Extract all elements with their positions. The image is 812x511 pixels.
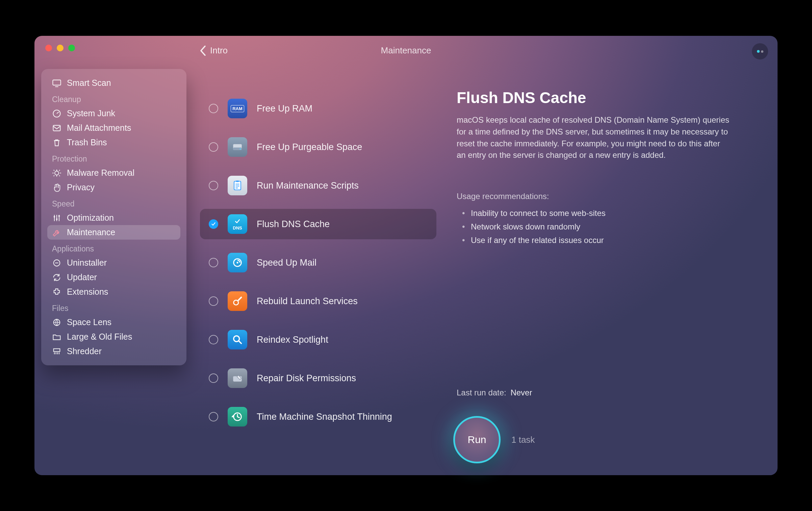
svg-point-6 <box>58 215 60 217</box>
sidebar-item-label: Shredder <box>67 346 102 356</box>
task-label: Free Up RAM <box>257 103 312 114</box>
svg-point-5 <box>56 218 58 220</box>
run-button-label: Run <box>467 434 486 445</box>
sidebar-item-extensions[interactable]: Extensions <box>47 285 180 299</box>
task-label: Reindex Spotlight <box>257 335 328 345</box>
task-time-machine-thinning[interactable]: Time Machine Snapshot Thinning <box>200 402 436 432</box>
run-button[interactable]: Run <box>453 416 501 463</box>
svg-rect-0 <box>53 80 60 85</box>
task-checkbox[interactable] <box>209 373 218 383</box>
hand-icon <box>52 183 61 192</box>
last-run-value: Never <box>510 388 532 397</box>
bug-icon <box>52 168 61 178</box>
sidebar-item-malware-removal[interactable]: Malware Removal <box>47 166 180 180</box>
task-checkbox[interactable] <box>209 219 218 229</box>
sidebar-item-uninstaller[interactable]: Uninstaller <box>47 256 180 270</box>
sidebar-item-label: Smart Scan <box>67 78 111 88</box>
sidebar-item-label: Uninstaller <box>67 258 107 268</box>
task-checkbox[interactable] <box>209 104 218 113</box>
clipboard-icon <box>228 176 247 195</box>
sidebar: Smart Scan Cleanup System Junk Mail Atta… <box>41 69 186 365</box>
mail-icon <box>52 123 61 133</box>
sidebar-item-label: Optimization <box>67 213 114 223</box>
close-window-button[interactable] <box>45 45 52 51</box>
folder-icon <box>52 332 61 342</box>
lens-icon <box>52 318 61 327</box>
task-label: Repair Disk Permissions <box>257 373 356 384</box>
fullscreen-window-button[interactable] <box>68 45 75 51</box>
sidebar-item-updater[interactable]: Updater <box>47 270 180 285</box>
sidebar-item-space-lens[interactable]: Space Lens <box>47 315 180 330</box>
sidebar-section-protection: Protection <box>47 150 180 166</box>
task-free-up-ram[interactable]: RAM Free Up RAM <box>200 93 436 124</box>
task-label: Run Maintenance Scripts <box>257 180 359 191</box>
sidebar-item-maintenance[interactable]: Maintenance <box>47 225 180 240</box>
dns-icon: DNS <box>228 214 247 234</box>
last-run-row: Last run date: Never <box>457 388 532 397</box>
sidebar-item-label: Space Lens <box>67 317 111 327</box>
sidebar-item-privacy[interactable]: Privacy <box>47 180 180 195</box>
back-button[interactable]: Intro <box>200 45 228 56</box>
task-checkbox[interactable] <box>209 335 218 344</box>
task-checkbox[interactable] <box>209 258 218 267</box>
sidebar-section-speed: Speed <box>47 195 180 211</box>
display-icon <box>52 78 61 88</box>
assistant-menu-button[interactable] <box>752 43 768 59</box>
task-checkbox[interactable] <box>209 181 218 190</box>
sidebar-item-shredder[interactable]: Shredder <box>47 344 180 359</box>
task-rebuild-launch-services[interactable]: Rebuild Launch Services <box>200 286 436 316</box>
status-dot-icon <box>761 50 763 53</box>
time-machine-icon <box>228 407 247 427</box>
chevron-left-icon <box>200 46 206 56</box>
svg-rect-14 <box>236 180 239 182</box>
sidebar-item-label: Malware Removal <box>67 168 134 178</box>
task-label: Flush DNS Cache <box>257 219 330 229</box>
task-flush-dns-cache[interactable]: DNS Flush DNS Cache <box>200 209 436 239</box>
sidebar-item-system-junk[interactable]: System Junk <box>47 106 180 121</box>
task-run-maintenance-scripts[interactable]: Run Maintenance Scripts <box>200 170 436 201</box>
usage-recommendations-title: Usage recommendations: <box>457 192 764 201</box>
minimize-window-button[interactable] <box>57 45 64 51</box>
sidebar-section-applications: Applications <box>47 240 180 256</box>
disk-repair-icon <box>228 368 247 388</box>
task-count: 1 task <box>511 435 535 445</box>
sidebar-item-trash-bins[interactable]: Trash Bins <box>47 135 180 150</box>
sidebar-item-label: Extensions <box>67 287 108 297</box>
task-free-up-purgeable-space[interactable]: Free Up Purgeable Space <box>200 132 436 162</box>
task-checkbox[interactable] <box>209 296 218 306</box>
sidebar-item-smart-scan[interactable]: Smart Scan <box>47 76 180 90</box>
task-label: Rebuild Launch Services <box>257 296 358 307</box>
sidebar-section-files: Files <box>47 299 180 315</box>
task-repair-disk-permissions[interactable]: Repair Disk Permissions <box>200 363 436 393</box>
sidebar-item-mail-attachments[interactable]: Mail Attachments <box>47 121 180 135</box>
task-reindex-spotlight[interactable]: Reindex Spotlight <box>200 324 436 355</box>
app-window: Intro Maintenance Smart Scan Cleanup Sys… <box>34 36 778 475</box>
header: Intro Maintenance <box>34 36 778 66</box>
task-label: Free Up Purgeable Space <box>257 142 362 152</box>
sidebar-item-label: Updater <box>67 272 97 282</box>
svg-rect-9 <box>54 348 60 351</box>
mail-speed-icon <box>228 253 247 272</box>
task-speed-up-mail[interactable]: Speed Up Mail <box>200 247 436 278</box>
refresh-icon <box>52 273 61 282</box>
sidebar-item-label: Maintenance <box>67 227 115 237</box>
sidebar-item-large-old-files[interactable]: Large & Old Files <box>47 330 180 344</box>
usage-item: Inability to connect to some web-sites <box>460 206 764 220</box>
sidebar-item-optimization[interactable]: Optimization <box>47 211 180 225</box>
task-checkbox[interactable] <box>209 142 218 152</box>
sidebar-item-label: Mail Attachments <box>67 123 131 133</box>
sidebar-section-cleanup: Cleanup <box>47 90 180 106</box>
svg-rect-13 <box>234 181 241 190</box>
shredder-icon <box>52 347 61 356</box>
disk-icon <box>228 137 247 157</box>
status-dot-icon <box>757 50 760 53</box>
content-area: RAM Free Up RAM Free Up Purgeable Space … <box>200 87 764 462</box>
svg-point-17 <box>234 300 238 305</box>
wrench-icon <box>52 228 61 237</box>
task-checkbox[interactable] <box>209 412 218 421</box>
search-icon <box>228 330 247 349</box>
sliders-icon <box>52 213 61 223</box>
last-run-label: Last run date: <box>457 388 506 397</box>
detail-panel: Flush DNS Cache macOS keeps local cache … <box>457 87 764 462</box>
ram-icon: RAM <box>228 99 247 118</box>
